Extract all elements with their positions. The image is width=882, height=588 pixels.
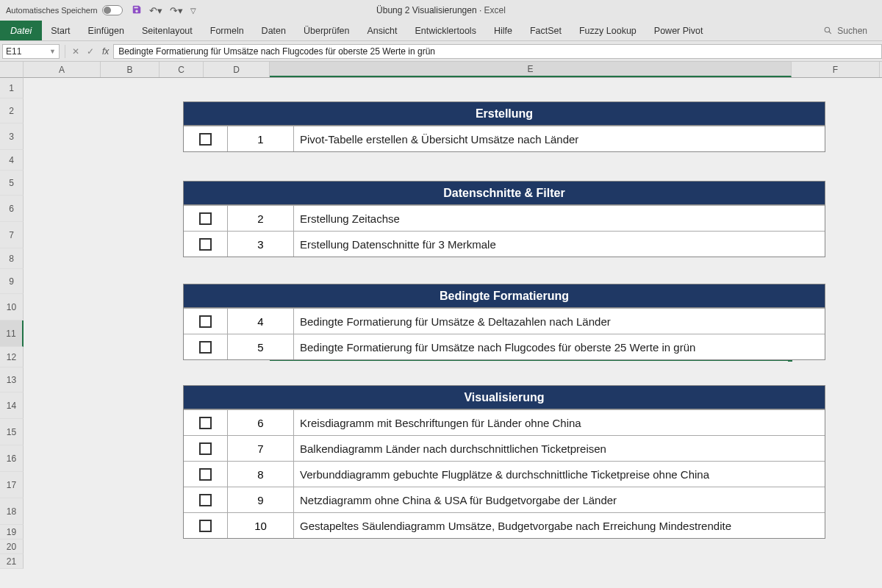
row-header-4[interactable]: 4 <box>0 150 24 171</box>
separator <box>65 45 65 58</box>
search-box[interactable]: Suchen <box>823 26 867 36</box>
tab-überprüfen[interactable]: Überprüfen <box>295 21 359 40</box>
col-header-A[interactable]: A <box>24 62 101 77</box>
autosave-toggle[interactable] <box>102 5 123 15</box>
row-header-21[interactable]: 21 <box>0 554 24 569</box>
task-number: 10 <box>228 513 294 538</box>
tab-fuzzy lookup[interactable]: Fuzzy Lookup <box>570 21 645 40</box>
task-checkbox-cell <box>184 232 228 257</box>
col-header-B[interactable]: B <box>101 62 159 77</box>
spreadsheet-grid: 123456789101112131415161718192021 ABCDEF… <box>0 62 882 588</box>
row-header-17[interactable]: 17 <box>0 472 24 498</box>
col-header-F[interactable]: F <box>792 62 880 77</box>
name-box[interactable]: E11 ▼ <box>2 44 60 59</box>
checkbox[interactable] <box>199 468 212 481</box>
row-header-15[interactable]: 15 <box>0 419 24 445</box>
row-header-1[interactable]: 1 <box>0 78 24 98</box>
task-row: 6Kreisdiagramm mit Beschriftungen für Lä… <box>184 409 825 435</box>
cancel-icon[interactable]: ✕ <box>68 46 83 57</box>
row-header-12[interactable]: 12 <box>0 347 24 368</box>
task-text: Bedingte Formatierung für Umsätze & Delt… <box>294 309 825 334</box>
task-text: Erstellung Zeitachse <box>294 206 825 231</box>
task-checkbox-cell <box>184 436 228 461</box>
select-all-corner[interactable] <box>0 62 24 78</box>
row-header-14[interactable]: 14 <box>0 392 24 419</box>
save-icon[interactable] <box>132 4 142 17</box>
task-checkbox-cell <box>184 513 228 538</box>
task-number: 4 <box>228 309 294 334</box>
tab-file[interactable]: Datei <box>0 21 42 40</box>
task-checkbox-cell <box>184 309 228 334</box>
row-header-13[interactable]: 13 <box>0 368 24 392</box>
document-title: Übung 2 Visualisierungen · Excel <box>376 5 506 15</box>
row-header-3[interactable]: 3 <box>0 123 24 150</box>
row-header-16[interactable]: 16 <box>0 445 24 472</box>
col-header-E[interactable]: E <box>270 62 792 77</box>
row-header-6[interactable]: 6 <box>0 196 24 222</box>
row-header-5[interactable]: 5 <box>0 171 24 196</box>
block-header: Visualisierung <box>184 386 825 409</box>
task-number: 5 <box>228 334 294 359</box>
task-block-0: Erstellung1Pivot-Tabelle erstellen & Übe… <box>183 101 825 152</box>
col-header-C[interactable]: C <box>159 62 204 77</box>
row-header-19[interactable]: 19 <box>0 525 24 539</box>
tab-factset[interactable]: FactSet <box>521 21 570 40</box>
name-box-value: E11 <box>6 46 21 57</box>
checkbox[interactable] <box>199 133 212 146</box>
task-text: Netzdiagramm ohne China & USA für Budget… <box>294 487 825 512</box>
undo-icon[interactable]: ↶▾ <box>149 5 162 16</box>
task-checkbox-cell <box>184 126 228 151</box>
tab-hilfe[interactable]: Hilfe <box>485 21 521 40</box>
tab-formeln[interactable]: Formeln <box>201 21 253 40</box>
accept-icon[interactable]: ✓ <box>83 46 98 57</box>
autosave-toggle-group: Automatisches Speichern <box>6 5 123 15</box>
task-checkbox-cell <box>184 462 228 487</box>
row-header-7[interactable]: 7 <box>0 222 24 248</box>
tab-power pivot[interactable]: Power Pivot <box>645 21 712 40</box>
checkbox[interactable] <box>199 238 212 251</box>
row-headers-col: 123456789101112131415161718192021 <box>0 62 24 588</box>
task-text: Erstellung Datenschnitte für 3 Merkmale <box>294 232 825 257</box>
row-header-10[interactable]: 10 <box>0 294 24 320</box>
search-placeholder: Suchen <box>837 26 867 36</box>
tab-seitenlayout[interactable]: Seitenlayout <box>133 21 201 40</box>
tab-ansicht[interactable]: Ansicht <box>359 21 406 40</box>
checkbox[interactable] <box>199 520 212 532</box>
fx-icon[interactable]: fx <box>98 46 113 57</box>
tab-einfügen[interactable]: Einfügen <box>79 21 133 40</box>
task-block-2: Bedingte Formatierung4Bedingte Formatier… <box>183 284 825 360</box>
row-header-8[interactable]: 8 <box>0 248 24 269</box>
svg-point-0 <box>825 27 830 32</box>
task-number: 9 <box>228 487 294 512</box>
task-row: 10Gestapeltes Säulendiagramm Umsätze, Bu… <box>184 512 825 538</box>
task-row: 4Bedingte Formatierung für Umsätze & Del… <box>184 308 825 334</box>
checkbox[interactable] <box>199 315 212 328</box>
row-header-2[interactable]: 2 <box>0 98 24 123</box>
task-row: 2Erstellung Zeitachse <box>184 205 825 231</box>
redo-icon[interactable]: ↷▾ <box>170 5 183 16</box>
row-header-18[interactable]: 18 <box>0 498 24 525</box>
checkbox[interactable] <box>199 442 212 455</box>
grid-columns: ABCDEF + Erstellung1Pivot-Tabelle erstel… <box>24 62 882 588</box>
tab-entwicklertools[interactable]: Entwicklertools <box>406 21 485 40</box>
task-row: 5Bedingte Formatierung für Umsätze nach … <box>184 334 825 359</box>
cells-area[interactable]: + Erstellung1Pivot-Tabelle erstellen & Ü… <box>24 78 882 588</box>
checkbox[interactable] <box>199 494 212 506</box>
tab-start[interactable]: Start <box>42 21 79 40</box>
task-text: Kreisdiagramm mit Beschriftungen für Län… <box>294 410 825 435</box>
checkbox[interactable] <box>199 417 212 429</box>
col-header-D[interactable]: D <box>204 62 270 77</box>
formula-bar-row: E11 ▼ ✕ ✓ fx Bedingte Formatierung für U… <box>0 41 882 62</box>
task-text: Verbunddiagramm gebuchte Flugplätze & du… <box>294 462 825 487</box>
doc-name: Übung 2 Visualisierungen <box>376 5 477 15</box>
checkbox[interactable] <box>199 212 212 225</box>
checkbox[interactable] <box>199 341 212 354</box>
row-header-20[interactable]: 20 <box>0 539 24 554</box>
qat-customize-icon[interactable]: ▽ <box>190 7 196 15</box>
task-block-1: Datenschnitte & Filter2Erstellung Zeitac… <box>183 181 825 257</box>
tab-daten[interactable]: Daten <box>253 21 295 40</box>
formula-input[interactable]: Bedingte Formatierung für Umsätze nach F… <box>113 44 882 59</box>
formula-content: Bedingte Formatierung für Umsätze nach F… <box>118 46 435 57</box>
row-header-9[interactable]: 9 <box>0 269 24 294</box>
row-header-11[interactable]: 11 <box>0 320 24 347</box>
